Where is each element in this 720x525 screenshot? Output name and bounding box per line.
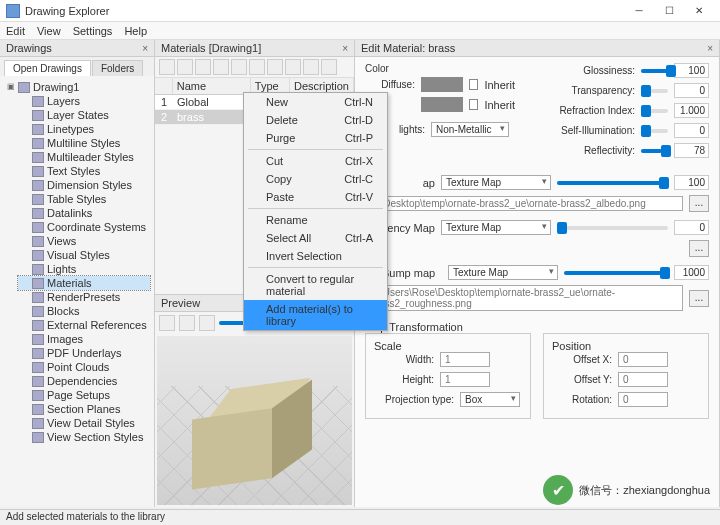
- tool-button[interactable]: [213, 59, 229, 75]
- menu-settings[interactable]: Settings: [73, 25, 113, 37]
- lights-combo[interactable]: Non-Metallic: [431, 122, 509, 137]
- menu-cut[interactable]: CutCtrl-X: [244, 152, 387, 170]
- emap-slider[interactable]: [557, 226, 668, 230]
- tree-item[interactable]: Linetypes: [18, 122, 150, 136]
- path-field[interactable]: C:\Users\Rose\Desktop\temp\ornate-brass2…: [365, 285, 683, 311]
- ox-field[interactable]: 0: [618, 352, 668, 367]
- tree-item[interactable]: Views: [18, 234, 150, 248]
- menu-purge[interactable]: PurgeCtrl-P: [244, 129, 387, 147]
- menu-selectall[interactable]: Select AllCtrl-A: [244, 229, 387, 247]
- tab-folders[interactable]: Folders: [92, 60, 143, 76]
- preview-button[interactable]: [179, 315, 195, 331]
- tool-button[interactable]: [321, 59, 337, 75]
- tab-open-drawings[interactable]: Open Drawings: [4, 60, 91, 76]
- tree-item[interactable]: Images: [18, 332, 150, 346]
- tree-item[interactable]: View Section Styles: [18, 430, 150, 444]
- inherit-check[interactable]: [469, 79, 479, 90]
- inherit-check[interactable]: [469, 99, 479, 110]
- tree-item[interactable]: Materials: [18, 276, 150, 290]
- tree-item[interactable]: Multileader Styles: [18, 150, 150, 164]
- trans-slider[interactable]: [641, 89, 668, 93]
- menu-copy[interactable]: CopyCtrl-C: [244, 170, 387, 188]
- tree-item[interactable]: Layer States: [18, 108, 150, 122]
- bump-slider[interactable]: [564, 271, 668, 275]
- tree-item[interactable]: Coordinate Systems: [18, 220, 150, 234]
- browse-button[interactable]: ...: [689, 240, 709, 257]
- preview-button[interactable]: [199, 315, 215, 331]
- menu-rename[interactable]: Rename: [244, 211, 387, 229]
- oy-field[interactable]: 0: [618, 372, 668, 387]
- tool-button[interactable]: [303, 59, 319, 75]
- app-icon: [6, 4, 20, 18]
- maximize-button[interactable]: ☐: [654, 2, 684, 20]
- tree-item[interactable]: Datalinks: [18, 206, 150, 220]
- tool-button[interactable]: [195, 59, 211, 75]
- drawings-panel: Drawings× Open Drawings Folders ▣Drawing…: [0, 40, 155, 507]
- menu-view[interactable]: View: [37, 25, 61, 37]
- menu-delete[interactable]: DeleteCtrl-D: [244, 111, 387, 129]
- preview-viewport[interactable]: [157, 336, 352, 505]
- tree-item[interactable]: External References: [18, 318, 150, 332]
- map-combo[interactable]: Texture Map: [441, 175, 551, 190]
- menu-new[interactable]: NewCtrl-N: [244, 93, 387, 111]
- tool-button[interactable]: [231, 59, 247, 75]
- menu-bar: Edit View Settings Help: [0, 22, 720, 40]
- menu-convert[interactable]: Convert to regular material: [244, 270, 387, 300]
- rot-field[interactable]: 0: [618, 392, 668, 407]
- bump-combo[interactable]: Texture Map: [448, 265, 558, 280]
- emap-combo[interactable]: Texture Map: [441, 220, 551, 235]
- tool-button[interactable]: [267, 59, 283, 75]
- menu-paste[interactable]: PasteCtrl-V: [244, 188, 387, 206]
- preview-button[interactable]: [159, 315, 175, 331]
- context-menu: NewCtrl-N DeleteCtrl-D PurgeCtrl-P CutCt…: [243, 92, 388, 331]
- tree-item[interactable]: Page Setups: [18, 388, 150, 402]
- close-icon[interactable]: ×: [707, 43, 713, 54]
- materials-toolbar: [155, 57, 354, 78]
- materials-title: Materials [Drawing1]: [161, 42, 261, 54]
- proj-combo[interactable]: Box: [460, 392, 520, 407]
- tool-button[interactable]: [249, 59, 265, 75]
- tree-item[interactable]: Section Planes: [18, 402, 150, 416]
- width-field[interactable]: 1: [440, 352, 490, 367]
- gloss-slider[interactable]: [641, 69, 668, 73]
- diffuse-swatch[interactable]: [421, 77, 463, 92]
- drawings-title: Drawings: [6, 42, 52, 54]
- tree-item[interactable]: PDF Underlays: [18, 346, 150, 360]
- minimize-button[interactable]: ─: [624, 2, 654, 20]
- tool-button[interactable]: [159, 59, 175, 75]
- color-swatch[interactable]: [421, 97, 463, 112]
- tree-item[interactable]: Table Styles: [18, 192, 150, 206]
- tool-button[interactable]: [285, 59, 301, 75]
- tree-item[interactable]: Dependencies: [18, 374, 150, 388]
- tree-item[interactable]: Point Clouds: [18, 360, 150, 374]
- close-icon[interactable]: ×: [342, 43, 348, 54]
- height-field[interactable]: 1: [440, 372, 490, 387]
- menu-invert[interactable]: Invert Selection: [244, 247, 387, 265]
- close-button[interactable]: ✕: [684, 2, 714, 20]
- tree-item[interactable]: Layers: [18, 94, 150, 108]
- tree-item[interactable]: Lights: [18, 262, 150, 276]
- menu-help[interactable]: Help: [124, 25, 147, 37]
- drawing-tree[interactable]: ▣Drawing1 LayersLayer StatesLinetypesMul…: [0, 76, 154, 507]
- tree-item[interactable]: View Detail Styles: [18, 416, 150, 430]
- tree-item[interactable]: Text Styles: [18, 164, 150, 178]
- browse-button[interactable]: ...: [689, 290, 709, 307]
- tree-item[interactable]: Dimension Styles: [18, 178, 150, 192]
- close-icon[interactable]: ×: [142, 43, 148, 54]
- menu-add-library[interactable]: Add material(s) to library: [244, 300, 387, 330]
- refl-slider[interactable]: [641, 149, 668, 153]
- tree-item[interactable]: Blocks: [18, 304, 150, 318]
- tree-item[interactable]: RenderPresets: [18, 290, 150, 304]
- menu-edit[interactable]: Edit: [6, 25, 25, 37]
- map-slider[interactable]: [557, 181, 668, 185]
- watermark: ✔微信号：zhexiangdonghua: [543, 475, 710, 505]
- browse-button[interactable]: ...: [689, 195, 709, 212]
- status-bar: Add selected materials to the library: [0, 509, 720, 525]
- title-bar: Drawing Explorer ─ ☐ ✕: [0, 0, 720, 22]
- refr-slider[interactable]: [641, 109, 668, 113]
- tool-button[interactable]: [177, 59, 193, 75]
- tree-item[interactable]: Multiline Styles: [18, 136, 150, 150]
- tree-item[interactable]: Visual Styles: [18, 248, 150, 262]
- path-field[interactable]: se\Desktop\temp\ornate-brass2_ue\ornate-…: [365, 196, 683, 211]
- self-slider[interactable]: [641, 129, 668, 133]
